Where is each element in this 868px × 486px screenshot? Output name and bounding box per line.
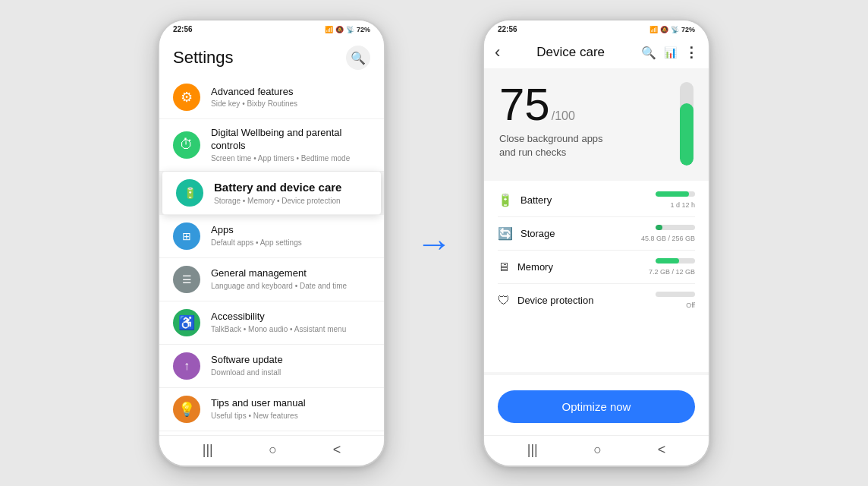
settings-item-general-management[interactable]: ☰ General management Language and keyboa… xyxy=(159,258,384,301)
left-status-bar: 22:56 📶 🔕 📡 72% xyxy=(159,21,384,36)
score-bar-fill xyxy=(680,103,693,166)
settings-header: Settings 🔍 xyxy=(159,36,384,76)
battery-device-title: Battery and device care xyxy=(214,180,367,195)
r-wifi-icon: 📡 xyxy=(671,26,679,33)
right-status-icons: 📶 🔕 📡 72% xyxy=(649,26,695,33)
r-sound-icon: 🔕 xyxy=(660,26,668,33)
right-phone: 22:56 📶 🔕 📡 72% ‹ Device care 🔍 📊 ⋮ 75 xyxy=(483,19,710,467)
metric-row-storage[interactable]: 🔄 Storage 45.8 GB / 256 GB xyxy=(498,217,695,251)
right-nav-recent[interactable]: ||| xyxy=(527,442,538,458)
digital-wellbeing-icon: ⏱ xyxy=(173,131,200,159)
optimize-section: Optimize now xyxy=(484,380,709,435)
device-care-header: ‹ Device care 🔍 📊 ⋮ xyxy=(484,36,709,68)
r-signal-icon: 📶 xyxy=(649,26,658,33)
accessibility-icon: ♿ xyxy=(173,309,200,336)
left-nav-recent[interactable]: ||| xyxy=(203,442,213,458)
storage-mini-bar xyxy=(656,225,695,230)
left-nav-back[interactable]: < xyxy=(333,442,341,458)
battery-device-subtitle: Storage • Memory • Device protection xyxy=(214,196,367,206)
memory-mini-bar xyxy=(656,258,695,264)
software-update-icon: ↑ xyxy=(173,352,200,380)
advanced-features-subtitle: Side key • Bixby Routines xyxy=(211,99,370,109)
scene: 22:56 📶 🔕 📡 72% Settings 🔍 ⚙ Advanced fe… xyxy=(0,0,868,486)
dc-more-icon[interactable]: ⋮ xyxy=(684,44,698,61)
sound-icon: 🔕 xyxy=(335,26,344,33)
battery-icon: 72% xyxy=(357,26,370,33)
settings-title: Settings xyxy=(173,48,234,68)
spacer-2 xyxy=(484,372,709,375)
advanced-features-icon: ⚙ xyxy=(173,84,200,111)
battery-metric-icon: 🔋 xyxy=(498,193,513,207)
back-button[interactable]: ‹ xyxy=(495,43,500,62)
memory-value: 7.2 GB / 12 GB xyxy=(649,268,695,276)
dc-search-icon[interactable]: 🔍 xyxy=(641,46,656,60)
metric-row-device-protection[interactable]: 🛡 Device protection Off xyxy=(498,284,695,317)
right-nav-bar: ||| ○ < xyxy=(484,435,709,465)
digital-wellbeing-title: Digital Wellbeing and parental controls xyxy=(211,127,370,153)
right-status-bar: 22:56 📶 🔕 📡 72% xyxy=(484,21,709,36)
protection-metric-name: Device protection xyxy=(517,295,593,306)
navigation-arrow: → xyxy=(416,222,452,264)
metric-row-memory[interactable]: 🖥 Memory 7.2 GB / 12 GB xyxy=(498,251,695,284)
battery-device-icon: 🔋 xyxy=(176,179,203,207)
apps-title: Apps xyxy=(211,224,370,237)
left-nav-home[interactable]: ○ xyxy=(269,442,277,458)
settings-item-battery-device[interactable]: 🔋 Battery and device care Storage • Memo… xyxy=(162,172,381,215)
left-status-icons: 📶 🔕 📡 72% xyxy=(325,26,370,33)
apps-icon: ⊞ xyxy=(173,222,200,250)
memory-metric-name: Memory xyxy=(517,261,553,273)
advanced-features-title: Advanced features xyxy=(211,86,370,99)
storage-bar-fill xyxy=(656,225,662,230)
battery-metric-name: Battery xyxy=(520,194,552,206)
right-nav-home[interactable]: ○ xyxy=(593,442,602,458)
device-care-action-icons: 🔍 📊 ⋮ xyxy=(641,44,698,61)
memory-metric-icon: 🖥 xyxy=(498,260,510,274)
optimize-button[interactable]: Optimize now xyxy=(498,390,695,423)
score-block: 75 /100 Close background apps and run ch… xyxy=(499,82,613,159)
settings-item-apps[interactable]: ⊞ Apps Default apps • App settings xyxy=(159,215,384,258)
metric-row-battery[interactable]: 🔋 Battery 1 d 12 h xyxy=(498,184,695,217)
battery-value: 1 d 12 h xyxy=(670,201,695,209)
software-update-subtitle: Download and install xyxy=(211,368,370,377)
spacer-1 xyxy=(484,178,709,181)
arrow-container: → xyxy=(416,222,452,264)
storage-metric-name: Storage xyxy=(520,228,555,239)
score-denominator: /100 xyxy=(552,110,575,122)
left-time: 22:56 xyxy=(173,25,193,33)
battery-mini-bar xyxy=(656,191,695,197)
settings-search-button[interactable]: 🔍 xyxy=(346,46,370,70)
settings-item-tips-manual[interactable]: 💡 Tips and user manual Useful tips • New… xyxy=(159,388,384,431)
right-time: 22:56 xyxy=(498,25,517,33)
protection-value: Off xyxy=(686,301,695,309)
wifi-icon: 📡 xyxy=(346,26,354,33)
apps-subtitle: Default apps • App settings xyxy=(211,238,370,248)
accessibility-title: Accessibility xyxy=(211,311,370,323)
accessibility-subtitle: TalkBack • Mono audio • Assistant menu xyxy=(211,324,370,334)
settings-item-software-update[interactable]: ↑ Software update Download and install xyxy=(159,345,384,388)
device-care-title: Device care xyxy=(536,45,605,60)
metrics-section: 🔋 Battery 1 d 12 h 🔄 Storage xyxy=(484,184,709,372)
settings-list: ⚙ Advanced features Side key • Bixby Rou… xyxy=(159,76,384,435)
digital-wellbeing-subtitle: Screen time • App timers • Bedtime mode xyxy=(211,153,370,163)
score-bar xyxy=(680,82,693,166)
memory-bar-fill xyxy=(656,258,679,264)
score-description: Close background apps and run checks xyxy=(499,132,613,159)
tips-title: Tips and user manual xyxy=(211,397,370,410)
tips-subtitle: Useful tips • New features xyxy=(211,411,370,421)
storage-value: 45.8 GB / 256 GB xyxy=(641,235,695,242)
device-care-hero: 75 /100 Close background apps and run ch… xyxy=(484,68,709,178)
settings-item-accessibility[interactable]: ♿ Accessibility TalkBack • Mono audio • … xyxy=(159,301,384,345)
protection-metric-icon: 🛡 xyxy=(498,294,510,308)
dc-chart-icon[interactable]: 📊 xyxy=(664,46,677,58)
battery-bar-fill xyxy=(656,191,689,197)
settings-item-digital-wellbeing[interactable]: ⏱ Digital Wellbeing and parental control… xyxy=(159,119,384,172)
software-update-title: Software update xyxy=(211,354,370,367)
right-nav-back[interactable]: < xyxy=(658,442,666,458)
signal-icon: 📶 xyxy=(325,26,333,33)
score-number: 75 xyxy=(499,82,550,128)
score-bar-container xyxy=(680,82,693,169)
left-nav-bar: ||| ○ < xyxy=(159,435,384,465)
general-mgmt-icon: ☰ xyxy=(173,266,200,293)
general-mgmt-subtitle: Language and keyboard • Date and time xyxy=(211,281,370,291)
settings-item-advanced-features[interactable]: ⚙ Advanced features Side key • Bixby Rou… xyxy=(159,76,384,119)
